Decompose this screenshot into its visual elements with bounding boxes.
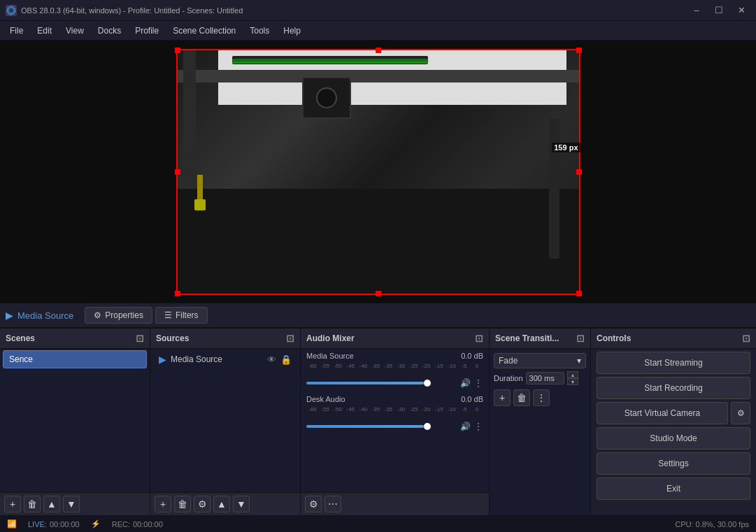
remove-transition-button[interactable]: 🗑	[513, 389, 530, 406]
status-cpu: CPU: 0.8%, 30.00 fps	[675, 520, 749, 529]
audio-channel-desk-header: Desk Audio 0.0 dB	[306, 395, 483, 403]
audio-menu-icon-2[interactable]: ⋮	[473, 421, 483, 432]
audio-channels: Media Source 0.0 dB -60-55-50 -45-40-35 …	[301, 349, 489, 492]
menu-edit[interactable]: Edit	[30, 24, 59, 37]
sources-list: ▶ Media Source 👁 🔒	[150, 349, 300, 492]
controls-header: Controls ⊡	[591, 329, 756, 349]
source-lock-icon[interactable]: 🔒	[280, 354, 292, 365]
menu-scene-collection[interactable]: Scene Collection	[166, 24, 243, 37]
add-scene-button[interactable]: +	[4, 496, 21, 512]
source-bar-name: Media Source	[17, 310, 73, 321]
audio-gear-button[interactable]: ⚙	[305, 496, 322, 512]
printer-visual	[176, 49, 580, 295]
bitrate-icon: ⚡	[91, 519, 101, 529]
menu-profile[interactable]: Profile	[128, 24, 166, 37]
start-virtual-camera-button[interactable]: Start Virtual Camera	[597, 402, 728, 424]
window-controls: – ☐ ✕	[687, 3, 750, 17]
panel-audio: Audio Mixer ⊡ Media Source 0.0 dB -60-55…	[301, 329, 490, 515]
controls-content: Start Streaming Start Recording Start Vi…	[591, 349, 756, 515]
menu-view[interactable]: View	[59, 24, 91, 37]
remove-source-button[interactable]: 🗑	[174, 496, 191, 512]
audio-menu-icon-1[interactable]: ⋮	[473, 378, 483, 389]
duration-down-button[interactable]: ▾	[567, 378, 578, 385]
transition-select[interactable]: Fade ▾	[494, 353, 586, 368]
virtual-camera-settings-button[interactable]: ⚙	[731, 402, 750, 424]
status-live: LIVE: 00:00:00	[28, 520, 80, 529]
duration-up-button[interactable]: ▴	[567, 371, 578, 378]
preview-area: 159 px	[0, 41, 756, 303]
source-play-icon: ▶	[159, 354, 166, 365]
status-rec: REC: 00:00:00	[112, 520, 163, 529]
wifi-icon: 📶	[7, 519, 17, 529]
source-down-button[interactable]: ▼	[233, 496, 250, 512]
app-icon	[6, 5, 17, 16]
audio-dots-button[interactable]: ⋯	[324, 496, 341, 512]
scene-up-button[interactable]: ▲	[43, 496, 60, 512]
sources-expand-icon[interactable]: ⊡	[286, 333, 294, 344]
scenes-expand-icon[interactable]: ⊡	[136, 333, 144, 344]
audio-channel-desk: Desk Audio 0.0 dB -60-55-50 -45-40-35 -3…	[301, 392, 489, 436]
window-title: OBS 28.0.3 (64-bit, windows) - Profile: …	[21, 6, 687, 15]
duration-row: Duration ▴ ▾	[494, 371, 586, 385]
panels: Scenes ⊡ Sence + 🗑 ▲ ▼ Sources ⊡ ▶ Media…	[0, 328, 756, 515]
transition-menu-button[interactable]: ⋮	[533, 389, 550, 406]
live-label: LIVE:	[28, 520, 47, 529]
scenes-footer: + 🗑 ▲ ▼	[0, 492, 150, 515]
audio-expand-icon[interactable]: ⊡	[475, 333, 483, 344]
transitions-expand-icon[interactable]: ⊡	[576, 333, 585, 344]
maximize-button[interactable]: ☐	[710, 3, 728, 17]
close-button[interactable]: ✕	[732, 3, 750, 17]
menu-tools[interactable]: Tools	[243, 24, 276, 37]
minimize-button[interactable]: –	[687, 3, 706, 17]
title-bar: OBS 28.0.3 (64-bit, windows) - Profile: …	[0, 0, 756, 21]
add-source-button[interactable]: +	[155, 496, 171, 512]
source-bar-buttons: ⚙ Properties ☰ Filters	[85, 307, 207, 324]
filter-icon: ☰	[164, 310, 172, 320]
menu-file[interactable]: File	[3, 24, 30, 37]
panel-controls: Controls ⊡ Start Streaming Start Recordi…	[591, 329, 756, 515]
audio-channel-media: Media Source 0.0 dB -60-55-50 -45-40-35 …	[301, 349, 489, 392]
status-wifi: 📶	[7, 519, 17, 529]
scenes-header: Scenes ⊡	[0, 329, 150, 349]
preview-canvas: 159 px	[176, 49, 580, 295]
controls-expand-icon[interactable]: ⊡	[742, 333, 750, 344]
start-streaming-button[interactable]: Start Streaming	[597, 352, 750, 374]
source-item-media[interactable]: ▶ Media Source 👁 🔒	[153, 350, 297, 368]
source-bar: ▶ Media Source ⚙ Properties ☰ Filters	[0, 303, 756, 328]
audio-meter-scale-2: -60-55-50 -45-40-35 -35-30-25 -20-15-10 …	[306, 405, 483, 412]
audio-controls-1: 🔊 ⋮	[306, 378, 483, 389]
audio-controls-2: 🔊 ⋮	[306, 421, 483, 432]
virtual-camera-row: Start Virtual Camera ⚙	[597, 402, 750, 424]
source-up-button[interactable]: ▲	[213, 496, 230, 512]
exit-button[interactable]: Exit	[597, 477, 750, 500]
scene-item-sence[interactable]: Sence	[3, 350, 147, 368]
sources-footer: + 🗑 ⚙ ▲ ▼	[150, 492, 300, 515]
audio-channel-media-header: Media Source 0.0 dB	[306, 352, 483, 360]
menu-docks[interactable]: Docks	[91, 24, 128, 37]
volume-icon-2[interactable]: 🔊	[460, 422, 471, 431]
panel-scenes: Scenes ⊡ Sence + 🗑 ▲ ▼	[0, 329, 150, 515]
scene-down-button[interactable]: ▼	[63, 496, 80, 512]
transitions-header: Scene Transiti... ⊡	[490, 329, 590, 349]
scenes-list: Sence	[0, 349, 150, 492]
audio-slider-1[interactable]	[306, 382, 457, 384]
menu-help[interactable]: Help	[276, 24, 308, 37]
add-transition-button[interactable]: +	[494, 389, 511, 406]
properties-button[interactable]: ⚙ Properties	[85, 307, 152, 324]
settings-button[interactable]: Settings	[597, 452, 750, 475]
duration-spinners: ▴ ▾	[567, 371, 578, 385]
preview-image	[176, 49, 580, 295]
remove-scene-button[interactable]: 🗑	[24, 496, 41, 512]
filters-button[interactable]: ☰ Filters	[155, 307, 208, 324]
source-eye-icon[interactable]: 👁	[267, 354, 276, 365]
studio-mode-button[interactable]: Studio Mode	[597, 427, 750, 450]
duration-input[interactable]	[526, 372, 564, 384]
volume-icon-1[interactable]: 🔊	[460, 378, 471, 388]
start-recording-button[interactable]: Start Recording	[597, 377, 750, 399]
status-bitrate-icon: ⚡	[91, 519, 101, 529]
source-settings-button[interactable]: ⚙	[194, 496, 211, 512]
audio-slider-2[interactable]	[306, 425, 457, 428]
sources-header: Sources ⊡	[150, 329, 300, 349]
live-time: 00:00:00	[50, 520, 80, 529]
cpu-label: CPU: 0.8%, 30.00 fps	[675, 520, 749, 529]
